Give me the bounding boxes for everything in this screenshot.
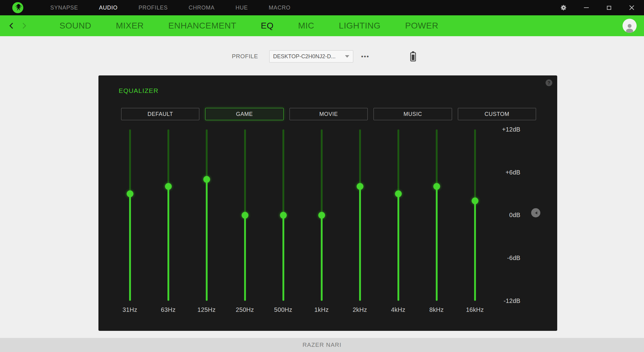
eq-band-label: 125Hz <box>197 306 216 313</box>
back-button[interactable] <box>6 20 18 32</box>
eq-band: 4kHz <box>379 129 417 319</box>
eq-slider-track[interactable] <box>321 129 323 301</box>
minimize-button[interactable] <box>582 3 591 12</box>
eq-slider-fill <box>206 179 208 301</box>
eq-band: 500Hz <box>264 129 302 319</box>
eq-slider-thumb[interactable] <box>318 212 325 219</box>
tab-lighting[interactable]: LIGHTING <box>339 21 381 31</box>
preset-default-button[interactable]: DEFAULT <box>121 108 199 120</box>
eq-slider-thumb[interactable] <box>280 212 287 219</box>
eq-band-label: 63Hz <box>161 306 176 313</box>
maximize-button[interactable] <box>605 3 613 12</box>
eq-band: 125Hz <box>187 129 226 319</box>
close-button[interactable] <box>627 3 636 12</box>
db-scale-label: -12dB <box>474 297 520 304</box>
eq-slider-track[interactable] <box>359 129 361 301</box>
eq-slider-fill <box>359 186 361 301</box>
eq-slider-thumb[interactable] <box>127 190 133 197</box>
tab-mic[interactable]: MIC <box>298 21 314 31</box>
eq-band-label: 250Hz <box>236 306 254 313</box>
eq-slider-fill <box>244 215 246 301</box>
eq-band: 1kHz <box>302 129 341 319</box>
eq-band-label: 4kHz <box>391 306 405 313</box>
tab-sound[interactable]: SOUND <box>59 21 91 31</box>
db-scale-label: +6dB <box>474 169 520 176</box>
device-bar: RAZER NARI <box>0 338 644 352</box>
chevron-down-icon <box>345 55 349 58</box>
window-controls <box>559 3 644 12</box>
db-scale-label: 0dB <box>474 211 520 219</box>
eq-band: 250Hz <box>226 129 264 319</box>
menu-item-audio[interactable]: AUDIO <box>99 5 118 11</box>
battery-icon <box>410 51 416 62</box>
eq-slider-fill <box>282 215 284 301</box>
eq-slider-thumb[interactable] <box>395 190 402 197</box>
eq-band-label: 2kHz <box>353 306 367 313</box>
eq-slider-track[interactable] <box>282 129 284 301</box>
menu-item-synapse[interactable]: SYNAPSE <box>50 5 78 11</box>
tab-power[interactable]: POWER <box>405 21 438 31</box>
menu-item-hue[interactable]: HUE <box>236 5 248 11</box>
eq-band: 31Hz <box>111 129 149 319</box>
help-button[interactable]: ? <box>546 79 552 86</box>
eq-sliders: 31Hz 63Hz 125Hz <box>111 129 494 319</box>
device-name: RAZER NARI <box>302 342 341 348</box>
eq-band-label: 1kHz <box>314 306 329 313</box>
eq-band: 63Hz <box>149 129 187 319</box>
top-menu: SYNAPSE AUDIO PROFILES CHROMA HUE MACRO <box>50 5 290 11</box>
eq-slider-thumb[interactable] <box>357 183 363 190</box>
titlebar: SYNAPSE AUDIO PROFILES CHROMA HUE MACRO <box>0 0 644 15</box>
eq-slider-fill <box>167 186 169 301</box>
profile-dropdown[interactable]: DESKTOP-C2H0NJ2-D... <box>269 50 353 63</box>
settings-gear-icon[interactable] <box>559 3 568 12</box>
eq-presets: DEFAULT GAME MOVIE MUSIC CUSTOM <box>121 108 536 120</box>
eq-slider-thumb[interactable] <box>203 176 210 183</box>
equalizer-title: EQUALIZER <box>119 87 159 94</box>
eq-slider-thumb[interactable] <box>165 183 172 190</box>
eq-band: 8kHz <box>417 129 456 319</box>
profile-more-button[interactable]: ••• <box>361 50 370 63</box>
db-scale: +12dB +6dB 0dB -6dB -12dB <box>474 75 520 331</box>
eq-slider-track[interactable] <box>244 129 246 301</box>
tab-mixer[interactable]: MIXER <box>116 21 144 31</box>
eq-slider-thumb[interactable] <box>242 212 248 219</box>
profile-row: PROFILE DESKTOP-C2H0NJ2-D... ••• <box>232 50 416 63</box>
menu-item-chroma[interactable]: CHROMA <box>189 5 215 11</box>
tab-enhancement[interactable]: ENHANCEMENT <box>168 21 236 31</box>
razer-logo-icon <box>12 2 23 13</box>
avatar[interactable] <box>623 19 637 33</box>
eq-band-label: 31Hz <box>123 306 137 313</box>
profile-label: PROFILE <box>232 53 258 60</box>
eq-slider-track[interactable] <box>206 129 208 301</box>
menu-item-profiles[interactable]: PROFILES <box>139 5 168 11</box>
eq-slider-track[interactable] <box>397 129 399 301</box>
eq-slider-fill <box>397 194 399 301</box>
db-scale-label: -6dB <box>474 254 520 262</box>
eq-slider-track[interactable] <box>436 129 438 301</box>
profile-selected-value: DESKTOP-C2H0NJ2-D... <box>273 53 336 60</box>
equalizer-panel: EQUALIZER ? DEFAULT GAME MOVIE MUSIC CUS… <box>98 75 557 331</box>
forward-button[interactable] <box>18 20 30 32</box>
eq-slider-fill <box>436 186 438 301</box>
eq-band-label: 8kHz <box>429 306 444 313</box>
audio-tabs: SOUND MIXER ENHANCEMENT EQ MIC LIGHTING … <box>59 21 438 31</box>
menu-item-macro[interactable]: MACRO <box>269 5 290 11</box>
razer-synapse-window: SYNAPSE AUDIO PROFILES CHROMA HUE MACRO <box>0 0 644 352</box>
preset-music-button[interactable]: MUSIC <box>374 108 452 120</box>
preset-game-button[interactable]: GAME <box>205 108 283 120</box>
eq-slider-fill <box>129 194 131 301</box>
eq-slider-fill <box>321 215 323 301</box>
tab-eq[interactable]: EQ <box>261 21 274 31</box>
preset-movie-button[interactable]: MOVIE <box>289 108 368 120</box>
eq-slider-track[interactable] <box>129 129 131 301</box>
eq-band: 2kHz <box>341 129 379 319</box>
db-scale-label: +12dB <box>474 126 520 133</box>
eq-band-label: 500Hz <box>274 306 292 313</box>
collapse-panel-button[interactable] <box>531 208 540 217</box>
section-nav: SOUND MIXER ENHANCEMENT EQ MIC LIGHTING … <box>0 15 644 36</box>
eq-slider-thumb[interactable] <box>433 183 440 190</box>
eq-slider-track[interactable] <box>167 129 169 301</box>
